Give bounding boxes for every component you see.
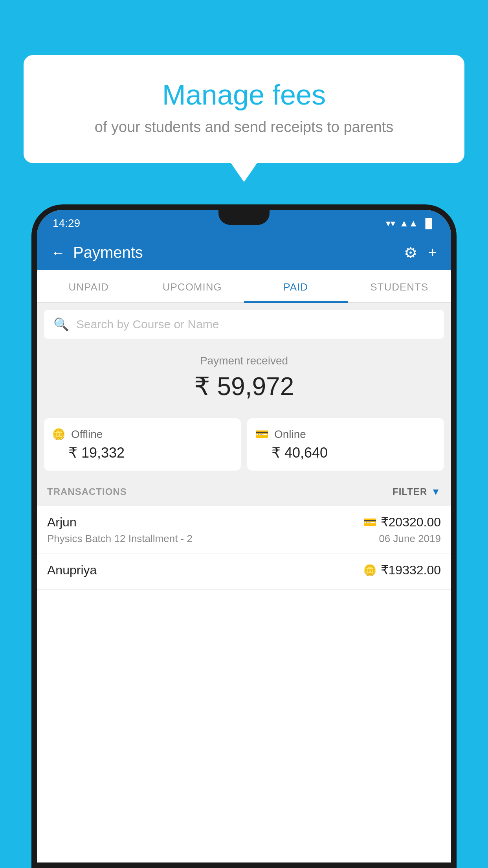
- transaction-top: Anupriya 🪙 ₹19332.00: [47, 563, 441, 577]
- offline-payment-icon: 🪙: [363, 564, 377, 577]
- transaction-row[interactable]: Anupriya 🪙 ₹19332.00: [37, 554, 451, 590]
- phone-screen: 14:29 ▾▾ ▲▲ ▐▌ ← Payments ⚙ + UNPAID UPC…: [37, 210, 451, 862]
- online-card-header: 💳 Online: [255, 428, 436, 441]
- transaction-row[interactable]: Arjun 💳 ₹20320.00 Physics Batch 12 Insta…: [37, 506, 451, 554]
- tooltip-card: Manage fees of your students and send re…: [24, 55, 464, 163]
- offline-card: 🪙 Offline ₹ 19,332: [44, 418, 241, 471]
- online-amount: ₹ 40,640: [255, 445, 436, 461]
- content-area: 🔍 Search by Course or Name Payment recei…: [37, 303, 451, 862]
- search-bar[interactable]: 🔍 Search by Course or Name: [44, 310, 444, 339]
- tab-bar: UNPAID UPCOMING PAID STUDENTS: [37, 270, 451, 303]
- offline-icon: 🪙: [52, 428, 66, 441]
- filter-icon: ▼: [431, 486, 441, 497]
- settings-icon[interactable]: ⚙: [404, 244, 417, 261]
- transactions-header: TRANSACTIONS FILTER ▼: [37, 478, 451, 506]
- search-input[interactable]: Search by Course or Name: [76, 318, 219, 331]
- transaction-amount: 💳 ₹20320.00: [363, 515, 441, 530]
- tooltip-title: Manage fees: [55, 79, 433, 111]
- online-payment-icon: 💳: [363, 516, 377, 529]
- student-name: Anupriya: [47, 563, 97, 577]
- app-bar-right: ⚙ +: [404, 244, 437, 261]
- phone-frame: 14:29 ▾▾ ▲▲ ▐▌ ← Payments ⚙ + UNPAID UPC…: [31, 204, 457, 868]
- wifi-icon: ▾▾: [386, 218, 395, 229]
- signal-icon: ▲▲: [399, 218, 418, 229]
- offline-amount: ₹ 19,332: [52, 445, 233, 461]
- phone-notch: [218, 210, 270, 225]
- payment-total-amount: ₹ 59,972: [45, 372, 443, 401]
- online-label: Online: [274, 428, 306, 441]
- transaction-amount: 🪙 ₹19332.00: [363, 563, 441, 577]
- transactions-label: TRANSACTIONS: [47, 486, 127, 497]
- tab-upcoming[interactable]: UPCOMING: [141, 270, 244, 302]
- student-name: Arjun: [47, 515, 77, 530]
- tab-students[interactable]: STUDENTS: [348, 270, 451, 302]
- payment-summary: Payment received ₹ 59,972: [37, 343, 451, 418]
- search-icon: 🔍: [53, 317, 69, 332]
- back-button[interactable]: ←: [51, 245, 65, 261]
- payment-cards: 🪙 Offline ₹ 19,332 💳 Online ₹ 40,640: [37, 418, 451, 478]
- filter-button[interactable]: FILTER ▼: [393, 486, 441, 497]
- status-time: 14:29: [53, 217, 80, 230]
- tooltip-subtitle: of your students and send receipts to pa…: [55, 119, 433, 136]
- online-card: 💳 Online ₹ 40,640: [247, 418, 444, 471]
- app-bar-left: ← Payments: [51, 244, 143, 261]
- tab-unpaid[interactable]: UNPAID: [37, 270, 141, 302]
- offline-label: Offline: [71, 428, 103, 441]
- transaction-list: Arjun 💳 ₹20320.00 Physics Batch 12 Insta…: [37, 506, 451, 862]
- transaction-top: Arjun 💳 ₹20320.00: [47, 515, 441, 530]
- online-icon: 💳: [255, 428, 269, 441]
- offline-card-header: 🪙 Offline: [52, 428, 233, 441]
- add-button[interactable]: +: [428, 244, 437, 261]
- status-icons: ▾▾ ▲▲ ▐▌: [386, 218, 435, 229]
- tab-paid[interactable]: PAID: [244, 270, 348, 302]
- transaction-bottom: Physics Batch 12 Installment - 2 06 June…: [47, 533, 441, 545]
- battery-icon: ▐▌: [422, 218, 435, 229]
- app-bar: ← Payments ⚙ +: [37, 235, 451, 270]
- filter-label: FILTER: [393, 486, 427, 497]
- payment-label: Payment received: [45, 355, 443, 367]
- course-name: Physics Batch 12 Installment - 2: [47, 533, 193, 545]
- transaction-date: 06 June 2019: [379, 533, 441, 545]
- app-bar-title: Payments: [73, 244, 143, 261]
